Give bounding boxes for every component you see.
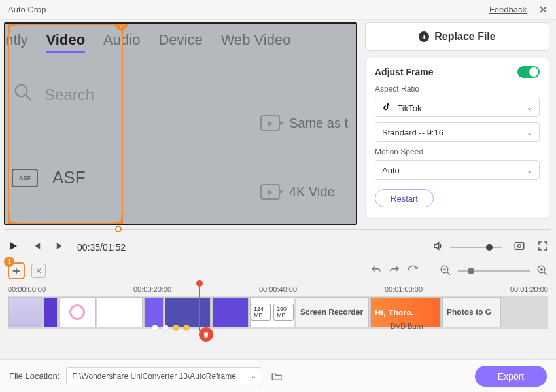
clip[interactable]: [97, 297, 143, 327]
clip[interactable]: [165, 297, 211, 327]
chevron-down-icon: ⌄: [251, 372, 256, 380]
next-frame-button[interactable]: [54, 240, 67, 255]
ratio-standard-value: Standard -- 9:16: [382, 128, 443, 137]
clip[interactable]: [43, 297, 58, 327]
ruler-mark: 00:00:00:00: [8, 285, 46, 293]
annotation-badge-1: 1: [4, 257, 14, 267]
svg-rect-2: [515, 243, 524, 250]
chevron-down-icon: ⌄: [527, 103, 532, 112]
clip-dvd-burn-label: DVD Burn: [391, 322, 423, 330]
motion-speed-label: Motion Speed: [375, 147, 540, 156]
restart-button[interactable]: Restart: [375, 189, 434, 207]
ruler-mark: 00:00:40:00: [259, 285, 297, 293]
replace-file-button[interactable]: + Replace File: [365, 22, 549, 51]
clip[interactable]: [8, 297, 42, 327]
clip[interactable]: [212, 297, 249, 327]
export-button[interactable]: Export: [475, 366, 547, 387]
preview-row-4k: 4K Vide: [260, 184, 335, 200]
crop-handle-tl[interactable]: [8, 24, 17, 33]
preview-row-same: Same as t: [260, 115, 348, 131]
aspect-ratio-label: Aspect Ratio: [375, 84, 540, 94]
play-button[interactable]: [7, 240, 20, 255]
clip[interactable]: 124 MB 290 MB: [250, 297, 294, 327]
svg-line-11: [544, 272, 547, 275]
window-title: Auto Crop: [8, 5, 489, 14]
zoom-slider[interactable]: [458, 270, 530, 272]
motion-speed-select[interactable]: Auto ⌄: [375, 160, 540, 180]
preview-row-same-label: Same as t: [289, 116, 348, 131]
close-icon[interactable]: ✕: [538, 3, 548, 17]
aspect-ratio-select[interactable]: TikTok ⌄: [375, 98, 540, 117]
ratio-standard-select[interactable]: Standard -- 9:16 ⌄: [375, 122, 540, 142]
fullscreen-button[interactable]: [536, 240, 549, 255]
clip-screen-recorder[interactable]: Screen Recorder: [296, 297, 369, 327]
svg-line-7: [447, 272, 450, 275]
playback-time: 00:35/01:52: [77, 242, 126, 253]
player-controls: 00:35/01:52: [0, 234, 556, 260]
motion-speed-value: Auto: [382, 166, 400, 175]
tiktok-icon: [382, 102, 391, 111]
video-file-icon: [260, 115, 280, 131]
chevron-down-icon: ⌄: [527, 128, 532, 137]
ruler-mark: 00:01:20:00: [510, 285, 548, 293]
video-preview: tently Video Audio Device Web Video Sear…: [4, 22, 357, 225]
seek-bar[interactable]: [5, 228, 551, 232]
video-file-icon: [260, 184, 280, 200]
adjust-frame-toggle[interactable]: [517, 66, 540, 78]
crop-handle-tr[interactable]: [114, 24, 123, 33]
ruler-mark: 00:01:00:00: [385, 285, 423, 293]
file-location-select[interactable]: F:\Wondershare UniConverter 13\AutoRefra…: [66, 367, 262, 385]
replace-file-label: Replace File: [434, 31, 495, 43]
volume-slider[interactable]: [450, 247, 502, 248]
volume-icon[interactable]: [432, 240, 445, 255]
seek-knob[interactable]: [115, 226, 122, 232]
snapshot-button[interactable]: [513, 240, 526, 255]
clip[interactable]: [144, 297, 164, 327]
file-location-path: F:\Wondershare UniConverter 13\AutoRefra…: [72, 372, 236, 381]
size-chip: 124 MB: [251, 304, 271, 321]
clip-photos[interactable]: Photos to G: [442, 297, 501, 327]
undo-button[interactable]: [370, 264, 382, 278]
adjust-frame-panel: Adjust Frame Aspect Ratio TikTok ⌄ Stand…: [365, 58, 549, 219]
preview-tab-device: Device: [158, 31, 202, 53]
preview-row-4k-label: 4K Vide: [289, 185, 335, 200]
timeline-ruler: 00:00:00:00 00:00:20:00 00:00:40:00 00:0…: [8, 285, 548, 293]
file-location-label: File Location:: [9, 371, 60, 381]
zoom-in-button[interactable]: [536, 264, 548, 278]
refresh-button[interactable]: [407, 264, 419, 278]
plus-circle-icon: +: [419, 31, 429, 42]
preview-tab-webvideo: Web Video: [221, 31, 291, 53]
chevron-down-icon: ⌄: [527, 166, 532, 175]
prev-frame-button[interactable]: [30, 240, 43, 255]
title-bar: Auto Crop Feedback ✕: [0, 0, 556, 20]
crop-frame[interactable]: 2: [8, 24, 123, 224]
timeline-markers: [152, 325, 190, 331]
zoom-out-button[interactable]: [440, 264, 451, 278]
ruler-mark: 00:00:20:00: [133, 285, 171, 293]
delete-clip-button[interactable]: [199, 327, 213, 342]
crop-handle-br[interactable]: [114, 215, 123, 224]
size-chip: 290 MB: [273, 304, 294, 321]
footer-bar: File Location: F:\Wondershare UniConvert…: [0, 359, 556, 392]
open-folder-button[interactable]: [269, 368, 285, 384]
timeline-toolbar: 1 ✕: [0, 260, 556, 281]
aspect-ratio-value: TikTok: [397, 103, 421, 113]
adjust-frame-title: Adjust Frame: [375, 67, 433, 77]
crop-handle-bl[interactable]: [8, 215, 17, 224]
delete-media-button[interactable]: ✕: [31, 264, 46, 278]
clip[interactable]: [59, 297, 96, 327]
timeline-track[interactable]: 124 MB 290 MB Screen Recorder Hi, There.…: [8, 296, 548, 329]
redo-button[interactable]: [389, 264, 400, 278]
timeline[interactable]: 00:00:00:00 00:00:20:00 00:00:40:00 00:0…: [0, 281, 556, 331]
svg-point-3: [518, 245, 521, 248]
feedback-link[interactable]: Feedback: [489, 5, 527, 14]
